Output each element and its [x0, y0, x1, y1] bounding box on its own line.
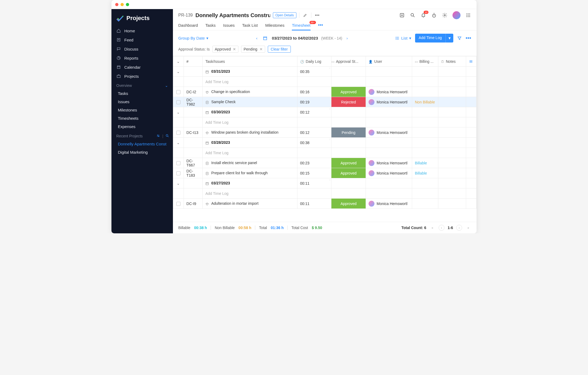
group-toggle[interactable]: ⌄ — [173, 178, 184, 188]
row-checkbox[interactable] — [173, 97, 184, 107]
page-prev-button[interactable]: ‹ — [439, 225, 444, 231]
search-icon[interactable] — [165, 134, 169, 138]
table-row[interactable]: DC-T183 Prepare client list for walk thr… — [173, 168, 477, 178]
sidebar-item-tasks[interactable]: Tasks — [111, 89, 173, 98]
add-time-log-row[interactable]: Add Time Log — [173, 148, 477, 158]
date-group-row: ⌄ 03/31/2023 00:35⋮ — [173, 67, 477, 77]
svg-point-51 — [206, 132, 208, 134]
tab-milestones[interactable]: Milestones — [265, 20, 284, 30]
group-toggle[interactable]: ⌄ — [173, 138, 184, 148]
stopwatch-icon[interactable] — [431, 12, 437, 18]
table-row[interactable]: DC-T667 Install electric service panel 0… — [173, 158, 477, 168]
sidebar-item-issues[interactable]: Issues — [111, 98, 173, 106]
avatar[interactable] — [452, 11, 461, 19]
col-approval: ▭Approval St... — [331, 56, 366, 67]
group-by-dropdown[interactable]: Group By Date ▾ — [178, 36, 208, 41]
row-checkbox[interactable] — [173, 158, 184, 168]
tab-task-list[interactable]: Task List — [242, 20, 258, 30]
row-checkbox[interactable] — [173, 127, 184, 138]
table-row[interactable]: DC-T982 Sample Check 00:19 Rejected Moni… — [173, 97, 477, 107]
filter-icon[interactable] — [457, 36, 462, 41]
more-icon[interactable]: ••• — [314, 12, 320, 18]
search-icon[interactable] — [410, 12, 416, 18]
add-time-log-button[interactable]: Add Time Log — [415, 34, 446, 42]
sidebar-item-expenses[interactable]: Expenses — [111, 122, 173, 131]
calendar-picker-icon[interactable] — [262, 35, 269, 42]
add-log-cell[interactable]: Add Time Log — [203, 188, 297, 199]
apps-icon[interactable] — [465, 12, 471, 18]
more-icon[interactable]: ••• — [466, 35, 471, 41]
tab-tasks[interactable]: Tasks — [205, 20, 215, 30]
row-checkbox[interactable] — [173, 87, 184, 97]
toolbar: Group By Date ▾ ‹ 03/27/2023 to 04/02/20… — [173, 30, 477, 46]
add-log-cell[interactable]: Add Time Log — [203, 77, 297, 87]
tabs-more-icon[interactable]: ••• — [318, 22, 323, 28]
page-next-button[interactable]: › — [456, 225, 462, 231]
page-last-button[interactable]: » — [465, 225, 471, 231]
add-log-cell[interactable]: Add Time Log — [203, 148, 297, 158]
row-status: Approved — [331, 168, 366, 178]
filter-label: Approval Status: Is — [178, 47, 210, 51]
sidebar-item-timesheets[interactable]: Timesheets — [111, 114, 173, 122]
svg-rect-31 — [264, 37, 267, 40]
row-id: DC-T183 — [184, 168, 203, 178]
row-log: 00:11 — [297, 199, 331, 209]
collapse-all-header[interactable]: ⌄ — [173, 56, 184, 67]
add-time-log-row[interactable]: Add Time Log — [173, 77, 477, 87]
page-first-button[interactable]: « — [430, 225, 435, 231]
recent-project-item[interactable]: Digital Marketing — [111, 148, 173, 156]
clock-icon: 🕐 — [300, 60, 304, 64]
row-title[interactable]: Install electric service panel — [203, 158, 297, 168]
recent-project-item[interactable]: Donnelly Apartments Const — [111, 140, 173, 148]
group-toggle[interactable]: ⌄ — [173, 67, 184, 77]
table-row[interactable]: DC-I9 Adulteration in mortar import 00:1… — [173, 199, 477, 209]
bell-icon[interactable]: 10 — [420, 12, 426, 18]
col-config[interactable] — [466, 56, 477, 67]
table-row[interactable]: DC-I2 Change in specification 00:16 Appr… — [173, 87, 477, 97]
row-title[interactable]: Window panes broken during installation — [203, 127, 297, 138]
nav-calendar[interactable]: Calendar — [111, 63, 173, 72]
row-checkbox[interactable] — [173, 199, 184, 209]
tab-timesheet[interactable]: Timesheet 99+ — [292, 20, 310, 30]
remove-chip-icon[interactable]: ✕ — [233, 47, 236, 51]
overview-section-header[interactable]: Overview ⌄ — [111, 81, 173, 89]
svg-point-28 — [466, 16, 467, 17]
open-details-button[interactable]: Open Details — [273, 12, 296, 18]
sidebar-item-milestones[interactable]: Milestones — [111, 106, 173, 114]
row-title[interactable]: Adulteration in mortar import — [203, 199, 297, 209]
row-title[interactable]: Sample Check — [203, 97, 297, 107]
next-week-button[interactable]: › — [345, 35, 349, 41]
prev-week-button[interactable]: ‹ — [255, 35, 258, 41]
add-log-cell[interactable]: Add Time Log — [203, 117, 297, 127]
nav-home[interactable]: Home — [111, 26, 173, 35]
nav-projects[interactable]: Projects — [111, 72, 173, 81]
tab-issues[interactable]: Issues — [223, 20, 235, 30]
add-icon[interactable] — [399, 12, 405, 18]
edit-icon[interactable] — [302, 12, 308, 18]
settings-icon[interactable] — [156, 134, 160, 138]
svg-rect-49 — [206, 111, 208, 114]
group-date: 03/30/2023 — [203, 107, 297, 117]
maximize-window-icon[interactable] — [126, 3, 129, 6]
row-title[interactable]: Change in specification — [203, 87, 297, 97]
nav-feed[interactable]: Feed — [111, 35, 173, 44]
close-window-icon[interactable] — [115, 3, 118, 6]
minimize-window-icon[interactable] — [121, 3, 124, 6]
home-icon — [116, 28, 121, 33]
nav-discuss[interactable]: Discuss — [111, 44, 173, 53]
add-time-log-row[interactable]: Add Time Log — [173, 188, 477, 199]
tab-dashboard[interactable]: Dashboard — [178, 20, 198, 30]
view-label: List — [401, 36, 407, 40]
nav-reports[interactable]: Reports — [111, 53, 173, 63]
nav-label: Projects — [124, 74, 139, 79]
remove-chip-icon[interactable]: ✕ — [260, 47, 263, 51]
group-toggle[interactable]: ⌄ — [173, 107, 184, 117]
add-time-log-row[interactable]: Add Time Log — [173, 117, 477, 127]
view-toggle[interactable]: List ▾ — [395, 36, 411, 41]
row-checkbox[interactable] — [173, 168, 184, 178]
table-row[interactable]: DC-I13 Window panes broken during instal… — [173, 127, 477, 138]
row-title[interactable]: Prepare client list for walk through — [203, 168, 297, 178]
clear-filter-button[interactable]: Clear filter — [268, 46, 291, 53]
gear-icon[interactable] — [442, 12, 448, 18]
add-time-log-dropdown[interactable]: ▾ — [446, 34, 453, 42]
